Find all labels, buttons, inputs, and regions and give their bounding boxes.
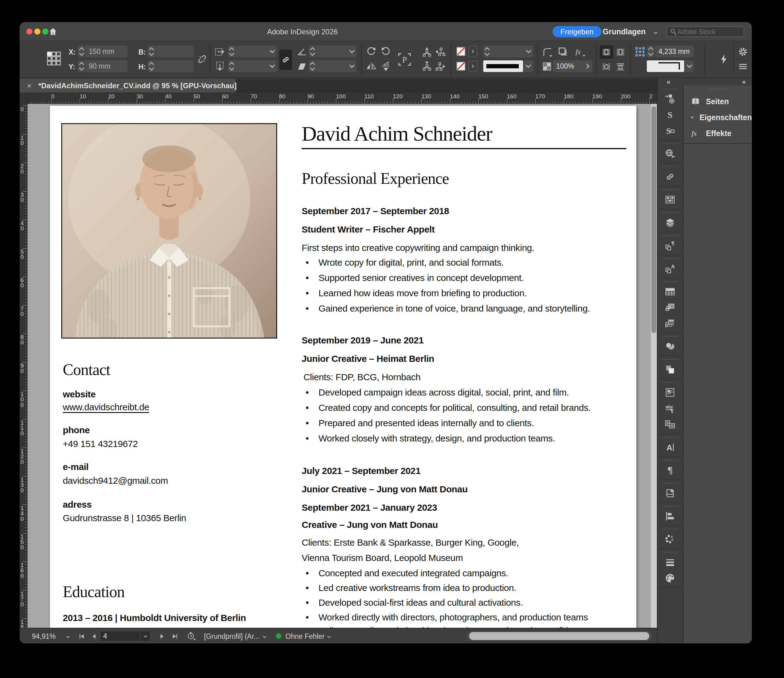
vertical-scrollbar-thumb[interactable] [652,106,656,333]
workspace-switcher[interactable]: Grundlagen [603,27,646,36]
panel-grip[interactable] [662,165,678,168]
zoom-window-icon[interactable] [42,28,48,34]
stroke-weight-field[interactable] [483,46,533,57]
corner-shape-preview[interactable] [647,60,684,72]
panel-grip[interactable] [662,381,678,383]
chevron-down-icon[interactable] [261,634,268,640]
stepper-icon[interactable] [309,60,317,72]
fill-none-swatch[interactable] [456,46,467,57]
page-number-field[interactable]: 4 [100,631,151,642]
collapse-panel-icon[interactable]: « [742,78,745,86]
stepper-icon[interactable] [148,46,156,57]
corner-shape-dropdown[interactable] [685,60,694,72]
reference-point-proxy-icon[interactable] [47,51,61,66]
stepper-icon[interactable] [309,46,317,57]
opacity-field[interactable]: 100% [553,60,592,72]
preflight-profile[interactable]: [Grundprofil] (Ar... [204,632,260,641]
next-page-icon[interactable] [158,632,166,640]
stroke-style-preview[interactable] [483,60,523,72]
select-content-icon[interactable] [422,61,432,72]
horizontal-ruler[interactable]: 0102030405060708090100110120130140150160… [28,92,657,104]
panel-grip[interactable] [709,88,726,90]
panel-grip[interactable] [662,211,678,214]
panel-grip[interactable] [662,505,678,507]
panel-grip[interactable] [662,459,678,461]
text-wrap-around-object-button[interactable] [600,60,613,73]
minimize-window-icon[interactable] [34,28,40,34]
stepper-icon[interactable] [78,60,86,72]
transparency-icon[interactable] [658,362,683,377]
color-palette-icon[interactable] [658,570,683,586]
panel-grip[interactable] [662,257,678,260]
auto-fit-width-icon[interactable] [215,46,226,57]
layers-icon[interactable] [658,215,683,231]
constrain-proportions-off-icon[interactable] [197,54,208,65]
y-value[interactable]: 90 mm [86,62,128,70]
y-position-field[interactable]: 90 mm [78,60,128,72]
shear-angle-field[interactable] [309,60,356,72]
first-page-icon[interactable] [78,632,86,640]
panel-grip[interactable] [662,528,678,530]
document-page[interactable]: Contact website www.davidschreibt.de pho… [50,106,636,628]
panel-grip[interactable] [662,482,678,485]
panel-grip[interactable] [662,87,678,90]
select-container-icon[interactable] [422,46,432,57]
page-number-value[interactable]: 4 [100,632,140,640]
corner-radius-stepper[interactable] [647,46,655,57]
text-wrap-bounding-box-button[interactable] [614,45,627,59]
panel-grip[interactable] [662,358,678,361]
ruler-origin-corner[interactable] [20,92,28,104]
panel-settings-gear-icon[interactable] [737,46,748,57]
home-icon[interactable] [48,27,58,36]
chevron-down-icon[interactable] [652,30,659,36]
corner-options-icon[interactable] [541,46,552,57]
scale-y-field[interactable] [228,60,277,72]
effects-fx-icon[interactable]: fx [574,46,586,57]
chevron-down-icon[interactable] [524,46,533,57]
panel-grip[interactable] [662,551,678,553]
panel-item-effekte[interactable]: fx Effekte [684,125,752,141]
pasteboard[interactable]: Contact website www.davidschreibt.de pho… [28,104,657,628]
align-icon[interactable] [658,508,683,524]
rotate-counterclockwise-icon[interactable] [380,46,391,57]
panel-menu-icon[interactable] [737,61,748,72]
spell-check-icon[interactable]: abc [658,401,683,416]
bookmarks-icon[interactable] [658,485,683,501]
vertical-ruler[interactable]: 01 02 03 04 05 06 07 08 09 01 0 01 1 01 … [20,104,28,628]
chevron-down-icon[interactable] [347,46,356,57]
panel-grip[interactable] [662,335,678,338]
stepper-icon[interactable] [228,46,236,57]
select-next-object-icon[interactable] [435,61,446,72]
auto-fit-height-icon[interactable] [215,61,226,72]
frame-grid-icon[interactable] [658,316,683,332]
x-position-field[interactable]: 150 mm [78,46,128,57]
rotate-clockwise-icon[interactable] [366,46,377,57]
chevron-down-icon[interactable] [268,60,277,72]
panel-grip[interactable] [662,234,678,237]
close-tab-icon[interactable]: × [27,82,31,90]
preflight-status[interactable]: Ohne Fehler [285,632,325,641]
width-field[interactable] [148,46,194,57]
object-styles-icon[interactable] [658,300,683,316]
opacity-value[interactable]: 100% [553,62,583,70]
table-icon[interactable] [658,284,683,300]
website-link[interactable]: www.davidschreibt.de [63,402,149,412]
flip-horizontal-icon[interactable] [366,61,377,72]
chevron-right-icon[interactable] [583,60,592,72]
stock-ribbon-icon[interactable]: S [658,107,683,123]
stroke-style-dropdown[interactable] [524,60,533,72]
links-icon[interactable] [658,169,683,185]
panel-grip[interactable] [662,142,678,145]
character-icon[interactable]: A [658,440,683,455]
paragraph-icon[interactable]: ¶ [658,462,683,478]
corner-radius-value[interactable]: 4,233 mm [655,47,694,56]
adobe-stock-search[interactable] [666,26,744,37]
last-page-icon[interactable] [171,632,179,640]
rotation-angle-field[interactable] [309,46,356,57]
swatches-icon[interactable] [658,192,683,208]
chevron-down-icon[interactable] [65,634,71,640]
scale-x-field[interactable] [228,46,277,57]
character-styles-icon[interactable]: A [658,261,683,277]
corner-reference-proxy-icon[interactable] [635,46,646,57]
height-field[interactable] [148,60,194,72]
